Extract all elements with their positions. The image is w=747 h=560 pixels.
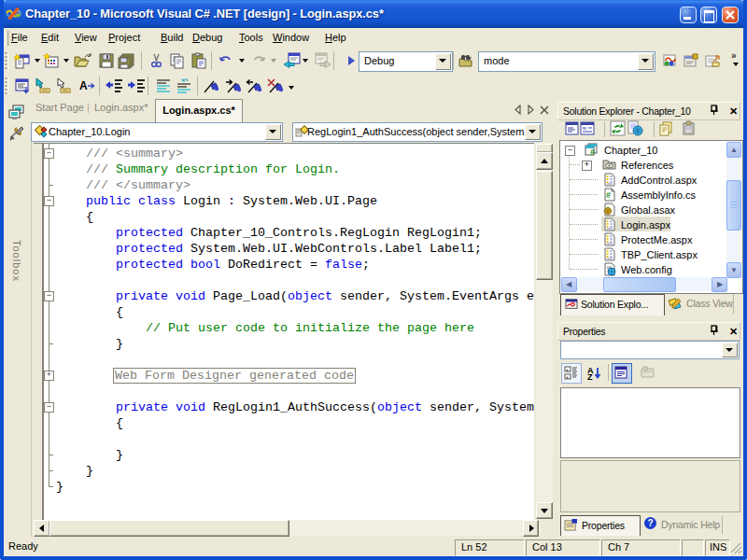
svg-text:+: + xyxy=(566,367,569,372)
svg-text:#: # xyxy=(606,190,611,200)
svg-text:Z: Z xyxy=(587,372,593,381)
svg-text:+: + xyxy=(566,374,569,380)
svg-text:#: # xyxy=(590,147,595,156)
svg-text:A: A xyxy=(79,79,88,92)
